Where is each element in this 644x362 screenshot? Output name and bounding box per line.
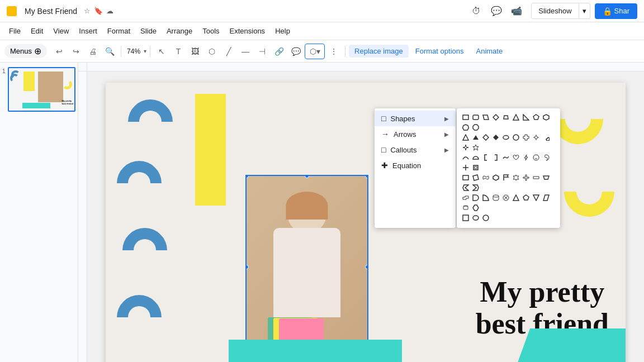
shape-parallelogram-2[interactable] — [542, 193, 551, 202]
line-end-button[interactable]: ⊣ — [254, 44, 270, 59]
shape-hexagon[interactable] — [542, 113, 551, 122]
menus-pill[interactable]: Menus ⊕ — [4, 44, 47, 58]
handle-mr[interactable] — [365, 265, 368, 269]
doc-title[interactable]: My Best Friend — [25, 7, 77, 16]
shape-chevron-l[interactable] — [461, 183, 470, 192]
shape-cylinder[interactable] — [491, 193, 500, 202]
menu-file[interactable]: File — [4, 25, 25, 37]
shape-band[interactable] — [481, 173, 490, 182]
shape-circle[interactable] — [481, 213, 490, 222]
shape-box[interactable] — [491, 173, 500, 182]
zoom-control[interactable]: 74% ▾ — [125, 46, 146, 56]
shape-lightning[interactable] — [522, 153, 531, 162]
slideshow-dropdown-button[interactable]: ▾ — [579, 3, 590, 19]
shape-smiley[interactable] — [532, 153, 541, 162]
shape-eq-triangle[interactable] — [461, 133, 470, 142]
shape-parallelogram[interactable] — [481, 113, 490, 122]
spell-check-button[interactable]: 🔍 — [102, 44, 117, 59]
equation-item[interactable]: ✚ Equation — [375, 158, 456, 173]
shape-cross[interactable] — [522, 133, 531, 142]
shape-plus[interactable] — [522, 173, 531, 182]
shape-tool[interactable]: ⬡ — [204, 44, 220, 59]
shape-half-circle[interactable] — [471, 153, 480, 162]
shape-chevron-r[interactable] — [471, 183, 480, 192]
slide-canvas[interactable]: My prettybest friend □ Shapes ▶ — [87, 72, 644, 362]
comment-add-button[interactable]: 💬 — [288, 44, 304, 59]
shape-filled-diamond[interactable] — [491, 133, 500, 142]
shape-arrows-x[interactable] — [461, 163, 470, 172]
replace-image-button[interactable]: Replace image — [349, 45, 409, 58]
shape-star4[interactable] — [461, 143, 470, 152]
shape-flag[interactable] — [501, 173, 510, 182]
shape-sun[interactable] — [532, 133, 541, 142]
shape-triangle-3[interactable] — [512, 193, 520, 202]
select-tool[interactable]: ↖ — [154, 44, 169, 59]
shape-heart[interactable] — [512, 153, 520, 162]
shape-arc[interactable] — [461, 153, 470, 162]
shape-filled-triangle[interactable] — [471, 133, 480, 142]
shape-pentagon[interactable] — [532, 113, 541, 122]
print-button[interactable]: 🖨 — [85, 44, 101, 59]
shape-step[interactable] — [461, 193, 470, 202]
menu-arrange[interactable]: Arrange — [162, 25, 197, 37]
shape-star5[interactable] — [471, 143, 480, 152]
shape-triangle-4[interactable] — [532, 193, 541, 202]
shape-quarter[interactable] — [481, 193, 490, 202]
shape-crescent[interactable] — [542, 133, 551, 142]
animate-button[interactable]: Animate — [470, 45, 508, 58]
shape-wave[interactable] — [501, 153, 510, 162]
slideshow-button[interactable]: Slideshow — [531, 3, 579, 19]
zoom-dropdown-icon[interactable]: ▾ — [144, 48, 146, 54]
zoom-value[interactable]: 74% — [125, 46, 143, 56]
star-icon[interactable]: ☆ — [84, 7, 91, 15]
shape-rounded-rect[interactable] — [471, 113, 480, 122]
menu-view[interactable]: View — [49, 25, 73, 37]
shape-pentagon-2[interactable] — [522, 193, 531, 202]
redo-button[interactable]: ↪ — [68, 44, 84, 59]
cloud-icon[interactable]: ☁ — [106, 7, 113, 15]
slide-1-thumbnail[interactable]: My prettybest friend — [8, 67, 75, 112]
undo-button[interactable]: ↩ — [51, 44, 67, 59]
handle-tr[interactable] — [365, 175, 368, 178]
shape-options-button[interactable]: ⬡▾ — [305, 44, 325, 59]
shape-ribbon[interactable] — [512, 173, 520, 182]
shape-yin-yang[interactable] — [542, 153, 551, 162]
menu-slide[interactable]: Slide — [136, 25, 161, 37]
shape-half-r[interactable] — [471, 193, 480, 202]
shape-frame[interactable] — [471, 163, 480, 172]
more-options-button[interactable]: ⋮ — [326, 44, 342, 59]
shape-minus[interactable] — [532, 173, 541, 182]
shape-rect-4[interactable] — [461, 173, 470, 182]
shape-round-2[interactable] — [512, 133, 520, 142]
shape-heptagon[interactable] — [461, 123, 470, 132]
shape-bracket-r[interactable] — [491, 153, 500, 162]
shape-bracket-l[interactable] — [481, 153, 490, 162]
menu-format[interactable]: Format — [103, 25, 135, 37]
text-tool[interactable]: T — [171, 44, 186, 59]
history-button[interactable]: ⏱ — [468, 3, 484, 19]
photo-box[interactable] — [245, 175, 368, 359]
shape-round-1[interactable] — [501, 133, 510, 142]
shape-diamond-2[interactable] — [481, 133, 490, 142]
shape-right-triangle[interactable] — [522, 113, 531, 122]
shape-circle-x[interactable] — [501, 193, 510, 202]
menu-extensions[interactable]: Extensions — [225, 25, 270, 37]
shape-oval[interactable] — [471, 213, 480, 222]
menu-tools[interactable]: Tools — [198, 25, 224, 37]
save-status-icon[interactable]: 🔖 — [94, 7, 103, 15]
arrows-item[interactable]: → Arrows ▶ — [375, 126, 456, 142]
shape-snip[interactable] — [471, 173, 480, 182]
meet-button[interactable]: 📹 — [509, 3, 524, 19]
line-tool[interactable]: ╱ — [221, 44, 236, 59]
comment-button[interactable]: 💬 — [489, 3, 504, 19]
format-options-button[interactable]: Format options — [410, 45, 470, 58]
shape-diamond[interactable] — [491, 113, 500, 122]
shape-frame-2[interactable] — [471, 203, 480, 212]
shape-trapezoid[interactable] — [501, 113, 510, 122]
share-button[interactable]: 🔒 Shar — [595, 3, 637, 19]
shape-trapezoid-2[interactable] — [542, 173, 551, 182]
menu-edit[interactable]: Edit — [26, 25, 48, 37]
shape-octagon[interactable] — [471, 123, 480, 132]
menu-help[interactable]: Help — [271, 25, 295, 37]
menu-insert[interactable]: Insert — [74, 25, 102, 37]
